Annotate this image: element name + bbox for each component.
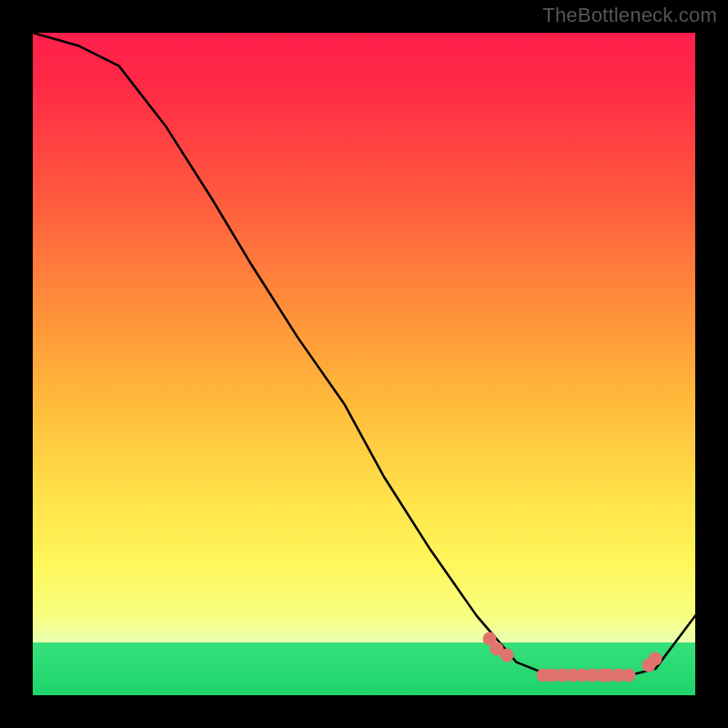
chart-curve — [33, 33, 695, 695]
chart-plot-area — [33, 33, 695, 695]
chart-dot — [622, 669, 636, 682]
chart-dot — [649, 652, 662, 665]
bottleneck-curve — [33, 33, 695, 675]
chart-dot — [500, 649, 513, 662]
watermark-text: TheBottleneck.com — [542, 4, 717, 27]
